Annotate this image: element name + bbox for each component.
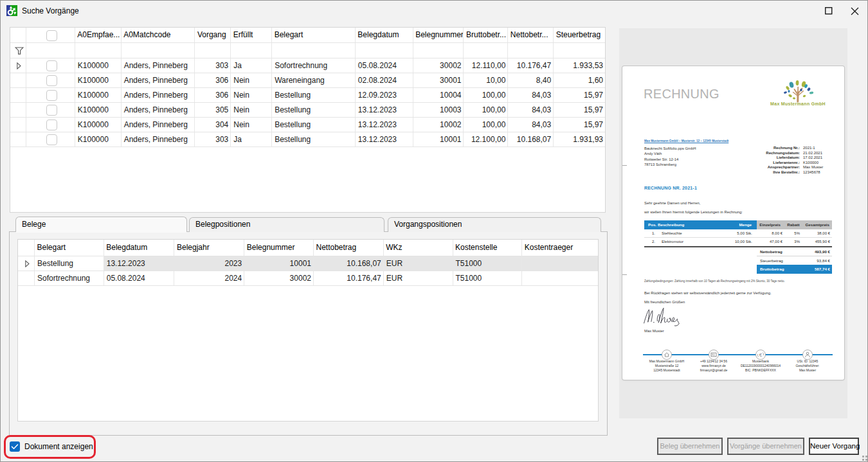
svg-text:€: € [759, 352, 763, 358]
